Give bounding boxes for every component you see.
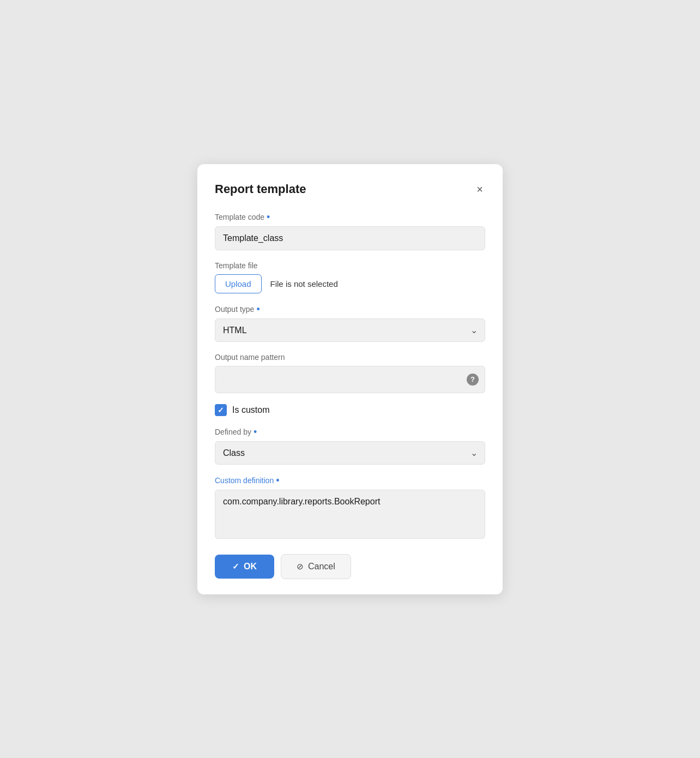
required-dot-output-type: • bbox=[256, 304, 260, 314]
custom-definition-textarea[interactable]: com.company.library.reports.BookReport bbox=[215, 490, 485, 539]
required-dot-defined-by: • bbox=[254, 427, 257, 437]
is-custom-checkbox[interactable]: ✓ bbox=[215, 404, 227, 416]
template-code-label: Template code • bbox=[215, 212, 485, 222]
check-icon: ✓ bbox=[232, 562, 239, 571]
pattern-wrapper: ? bbox=[215, 366, 485, 393]
ok-button[interactable]: ✓ OK bbox=[215, 555, 274, 579]
template-code-group: Template code • bbox=[215, 212, 485, 250]
upload-button[interactable]: Upload bbox=[215, 274, 262, 293]
is-custom-label: Is custom bbox=[232, 405, 269, 415]
dialog-header: Report template × bbox=[215, 182, 485, 197]
defined-by-select[interactable]: Class Script Query bbox=[215, 441, 485, 465]
output-type-label: Output type • bbox=[215, 304, 485, 314]
report-template-dialog: Report template × Template code • Templa… bbox=[197, 164, 503, 594]
defined-by-label: Defined by • bbox=[215, 427, 485, 437]
required-dot-template-code: • bbox=[267, 212, 270, 222]
output-type-group: Output type • HTML PDF DOCX XLSX ⌄ bbox=[215, 304, 485, 342]
custom-definition-label: Custom definition • bbox=[215, 476, 485, 485]
output-type-select-wrapper: HTML PDF DOCX XLSX ⌄ bbox=[215, 318, 485, 342]
file-status: File is not selected bbox=[270, 279, 338, 288]
dialog-footer: ✓ OK ⊘ Cancel bbox=[215, 554, 485, 579]
is-custom-row: ✓ Is custom bbox=[215, 404, 485, 416]
template-file-label: Template file bbox=[215, 261, 485, 270]
checkmark-icon: ✓ bbox=[218, 406, 224, 414]
required-dot-custom-def: • bbox=[276, 476, 279, 485]
cancel-label: Cancel bbox=[308, 562, 335, 571]
cancel-icon: ⊘ bbox=[297, 562, 304, 571]
output-name-pattern-label: Output name pattern bbox=[215, 353, 485, 362]
custom-definition-group: Custom definition • com.company.library.… bbox=[215, 476, 485, 541]
defined-by-group: Defined by • Class Script Query ⌄ bbox=[215, 427, 485, 465]
help-icon[interactable]: ? bbox=[467, 374, 479, 386]
cancel-button[interactable]: ⊘ Cancel bbox=[281, 554, 351, 579]
output-type-select[interactable]: HTML PDF DOCX XLSX bbox=[215, 318, 485, 342]
ok-label: OK bbox=[244, 562, 257, 571]
close-button[interactable]: × bbox=[474, 182, 485, 197]
upload-row: Upload File is not selected bbox=[215, 274, 485, 293]
template-file-group: Template file Upload File is not selecte… bbox=[215, 261, 485, 293]
output-name-pattern-group: Output name pattern ? bbox=[215, 353, 485, 393]
template-code-input[interactable] bbox=[215, 226, 485, 250]
output-name-pattern-input[interactable] bbox=[215, 366, 485, 393]
dialog-title: Report template bbox=[215, 182, 306, 196]
defined-by-select-wrapper: Class Script Query ⌄ bbox=[215, 441, 485, 465]
